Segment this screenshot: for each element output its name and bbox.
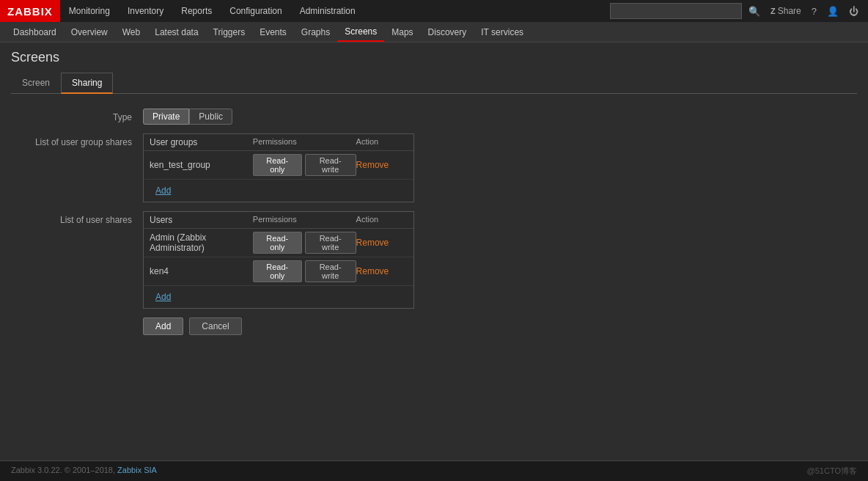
sub-nav-graphs[interactable]: Graphs — [294, 22, 337, 42]
u-row-perms-0: Read-only Read-write — [253, 232, 356, 254]
nav-item-administration[interactable]: Administration — [291, 0, 364, 22]
user-shares-row: List of user shares Users Permissions Ac… — [11, 211, 857, 309]
nav-right: 🔍 Z Share ? 👤 ⏻ — [610, 3, 868, 19]
u-row-perms-1: Read-only Read-write — [253, 260, 356, 282]
power-button[interactable]: ⏻ — [845, 4, 862, 18]
ug-readwrite-btn-0[interactable]: Read-write — [305, 154, 356, 176]
form-section: Type Private Public List of user group s… — [11, 105, 857, 339]
sub-nav-discovery[interactable]: Discovery — [421, 22, 474, 42]
nav-item-reports[interactable]: Reports — [172, 0, 221, 22]
u-readwrite-btn-0[interactable]: Read-write — [305, 232, 356, 254]
u-add-row: Add — [144, 286, 413, 308]
type-private-button[interactable]: Private — [143, 109, 189, 125]
ug-col-header-users: User groups — [150, 137, 253, 147]
tab-screen[interactable]: Screen — [11, 73, 61, 94]
sub-nav-triggers[interactable]: Triggers — [206, 22, 253, 42]
ug-add-link[interactable]: Add — [150, 183, 177, 199]
help-button[interactable]: ? — [808, 4, 820, 18]
tabs: Screen Sharing — [11, 73, 857, 94]
ug-remove-link-0[interactable]: Remove — [356, 160, 389, 170]
page-title: Screens — [11, 50, 857, 65]
ug-row-action-0: Remove — [356, 160, 408, 170]
search-input[interactable] — [610, 3, 742, 19]
nav-item-inventory[interactable]: Inventory — [119, 0, 172, 22]
share-icon: Z — [770, 7, 776, 15]
tab-sharing[interactable]: Sharing — [61, 73, 113, 94]
u-remove-link-0[interactable]: Remove — [356, 238, 389, 248]
nav-item-configuration[interactable]: Configuration — [221, 0, 290, 22]
type-label: Type — [11, 109, 143, 122]
action-buttons: Add Cancel — [143, 317, 857, 335]
ug-row-perms-0: Read-only Read-write — [253, 154, 356, 176]
ug-add-row: Add — [144, 180, 413, 202]
sub-nav-events[interactable]: Events — [252, 22, 294, 42]
u-add-link[interactable]: Add — [150, 289, 177, 305]
sub-nav-screens[interactable]: Screens — [337, 22, 384, 42]
ug-row-name-0: ken_test_group — [150, 160, 253, 170]
u-row-action-0: Remove — [356, 238, 408, 248]
user-shares-label: List of user shares — [11, 211, 143, 225]
ug-col-header-action: Action — [356, 137, 408, 147]
ug-readonly-btn-0[interactable]: Read-only — [253, 154, 302, 176]
u-row-name-1: ken4 — [150, 266, 253, 276]
user-button[interactable]: 👤 — [823, 4, 842, 18]
u-col-header-users: Users — [150, 215, 253, 225]
table-row: Admin (Zabbix Administrator) Read-only R… — [144, 229, 413, 257]
page-content: Screens Screen Sharing Type Private Publ… — [0, 43, 868, 346]
add-button[interactable]: Add — [143, 317, 183, 335]
sub-nav-maps[interactable]: Maps — [384, 22, 420, 42]
ug-col-header-perms: Permissions — [253, 137, 356, 147]
table-row: ken4 Read-only Read-write Remove — [144, 257, 413, 286]
share-button[interactable]: Z Share — [767, 4, 805, 18]
cancel-button[interactable]: Cancel — [189, 317, 241, 335]
logo: ZABBIX — [0, 0, 60, 22]
u-col-header-perms: Permissions — [253, 215, 356, 225]
nav-item-monitoring[interactable]: Monitoring — [60, 0, 119, 22]
search-button[interactable]: 🔍 — [745, 4, 764, 18]
u-readwrite-btn-1[interactable]: Read-write — [305, 260, 356, 282]
u-readonly-btn-0[interactable]: Read-only — [253, 232, 302, 254]
sub-nav-web[interactable]: Web — [115, 22, 147, 42]
main-nav: Monitoring Inventory Reports Configurati… — [60, 0, 610, 22]
sub-nav: Dashboard Overview Web Latest data Trigg… — [0, 22, 868, 43]
top-nav: ZABBIX Monitoring Inventory Reports Conf… — [0, 0, 868, 22]
type-row: Type Private Public — [11, 109, 857, 125]
table-row: ken_test_group Read-only Read-write Remo… — [144, 151, 413, 180]
u-row-name-0: Admin (Zabbix Administrator) — [150, 232, 253, 253]
u-remove-link-1[interactable]: Remove — [356, 266, 389, 276]
user-table-header: Users Permissions Action — [144, 212, 413, 229]
sub-nav-latest-data[interactable]: Latest data — [147, 22, 205, 42]
u-col-header-action: Action — [356, 215, 408, 225]
u-row-action-1: Remove — [356, 266, 408, 276]
user-group-shares-label: List of user group shares — [11, 133, 143, 147]
sub-nav-dashboard[interactable]: Dashboard — [6, 22, 64, 42]
u-readonly-btn-1[interactable]: Read-only — [253, 260, 302, 282]
user-shares-table: Users Permissions Action Admin (Zabbix A… — [143, 211, 414, 309]
user-group-table-header: User groups Permissions Action — [144, 134, 413, 151]
type-toggle: Private Public — [143, 109, 232, 125]
sub-nav-overview[interactable]: Overview — [64, 22, 115, 42]
sub-nav-it-services[interactable]: IT services — [474, 22, 531, 42]
type-public-button[interactable]: Public — [189, 109, 232, 125]
user-group-shares-row: List of user group shares User groups Pe… — [11, 133, 857, 202]
user-group-shares-table: User groups Permissions Action ken_test_… — [143, 133, 414, 202]
